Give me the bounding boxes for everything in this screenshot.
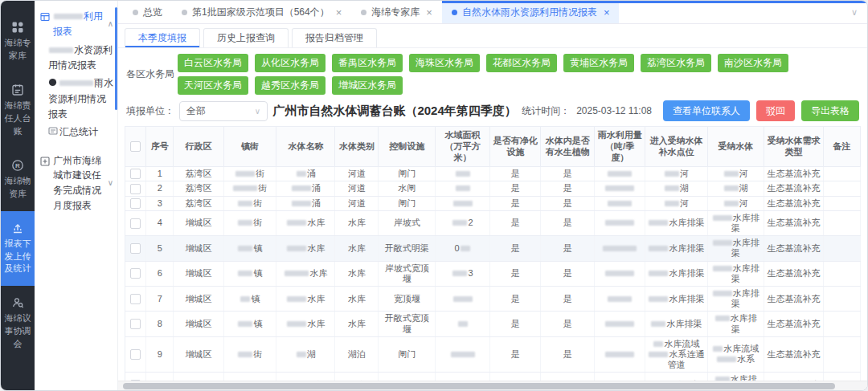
close-icon[interactable]: × [336,6,342,18]
bureau-button[interactable]: 天河区水务局 [178,76,248,95]
sub-tab[interactable]: 本季度填报 [125,28,200,47]
org-badge-icon [48,76,57,92]
bureau-button[interactable]: 越秀区水务局 [255,76,326,95]
row-checkbox[interactable] [130,349,141,360]
table-header-cell: 水域面积（万平方米） [435,127,490,167]
table-cell: 镇 [223,286,276,311]
bureau-button[interactable]: 从化区水务局 [255,54,326,72]
table-cell: 是 [490,373,541,381]
redacted-text [649,271,668,276]
table-cell: 荔湾区 [174,181,223,196]
bureau-button[interactable]: 南沙区水务局 [718,54,788,72]
page-title: 广州市自然水体调蓄台账（2024年第四季度） [268,104,522,119]
row-checkbox[interactable] [130,243,141,254]
bureau-button[interactable]: 花都区水务局 [486,54,557,72]
row-checkbox[interactable] [130,169,141,179]
table-cell: 闸门 [379,167,435,181]
rail-item[interactable]: 海绵议事协调会 [1,286,35,361]
tab[interactable]: 自然水体雨水资源利用情况报表× [442,1,620,23]
table-row: 2荔湾区街涌河道水闸是是湖湖生态基流补充 [125,181,861,196]
redacted-text [649,352,668,357]
row-checkbox[interactable] [130,218,141,229]
bureau-button[interactable]: 黄埔区水务局 [563,54,634,72]
chevron-down-icon[interactable]: ∨ [108,177,113,189]
horizontal-scrollbar-thumb[interactable] [123,383,835,389]
table-cell: 水库排渠 [645,373,708,381]
rail-item[interactable]: 海绵责任人台账 [1,73,35,149]
sidebar-group-item[interactable]: 利用报表∧ [40,7,113,40]
tab-label: 海绵专家库 [371,6,420,19]
tab-dot-icon [361,10,366,15]
table-header-cell: 序号 [146,127,174,167]
close-icon[interactable]: × [604,6,610,18]
redacted-text [649,246,668,251]
row-checkbox[interactable] [130,268,141,279]
bureau-button[interactable]: 番禺区水务局 [332,54,403,72]
redacted-text [292,201,311,206]
table-cell: 是 [541,167,595,181]
table-cell: 是 [541,312,595,336]
sub-tab[interactable]: 历史上报查询 [203,28,289,47]
sidebar-item-label: 汇总统计 [59,126,98,137]
redacted-text [238,352,252,357]
table-cell: 湖泊 [335,336,379,373]
row-checkbox[interactable] [130,294,141,304]
reject-button[interactable]: 驳回 [756,100,795,121]
row-select-cell [125,312,146,336]
table-cell: 是 [541,210,595,235]
bureau-bar-label: 各区水务局 [126,67,178,81]
table-cell: 生态基流补充 [764,167,824,181]
view-contacts-button[interactable]: 查看单位联系人 [663,100,750,121]
table-cell: 水库排渠 [645,261,708,286]
rail-item[interactable]: R海绵物资库 [1,149,35,211]
table-cell: 7 [146,286,174,311]
redacted-text [603,246,637,251]
chevron-down-icon[interactable]: ∨ [851,7,867,18]
redacted-text [608,201,632,206]
row-checkbox[interactable] [130,198,141,209]
table-cell [595,196,645,210]
redacted-text [651,321,665,327]
row-checkbox[interactable] [130,184,141,194]
rail-item-label: 海绵议事协调会 [5,313,31,348]
bureau-button[interactable]: 增城区水务局 [332,76,403,95]
table-cell: 增城区 [174,210,223,235]
redacted-text [287,321,306,327]
bureau-button[interactable]: 荔湾区水务局 [641,54,711,72]
sub-tab[interactable]: 报告归档管理 [292,28,377,47]
table-header-cell: 受纳水体 [707,127,764,167]
tab[interactable]: 第1批国家级示范项目（564个）× [172,1,351,23]
table-cell: 涌 [276,196,335,210]
export-button[interactable]: 导出表格 [801,100,859,121]
table-cell: 水库 [276,261,335,286]
report-upload-icon [11,222,24,234]
tab[interactable]: 海绵专家库× [351,1,442,23]
select-all-checkbox[interactable] [130,141,141,152]
rail-item[interactable]: 报表下发上传及统计 [1,211,35,287]
row-checkbox[interactable] [130,319,141,329]
sidebar-group-item[interactable]: 广州市海绵城市建设任务完成情况月度报表∨ [40,152,113,214]
rail-item-label: 海绵物资库 [5,176,31,198]
sidebar-item[interactable]: 汇总统计 [48,123,113,142]
tab-bar: 总览第1批国家级示范项目（564个）×海绵专家库×自然水体雨水资源利用情况报表×… [118,1,867,24]
redacted-text [724,201,739,206]
table-cell [435,181,490,196]
sidebar-item[interactable]: 水资源利用情况报表 [48,41,113,74]
chevron-up-icon[interactable]: ∧ [108,18,113,31]
unit-select[interactable]: 全部 ∨ [179,101,268,121]
meeting-icon [11,296,24,309]
close-icon[interactable]: × [426,6,432,18]
table-cell: 生态基流补充 [764,312,824,336]
table-cell: 河道 [335,196,379,210]
bureau-button[interactable]: 海珠区水务局 [409,54,480,72]
sidebar-scrollbar-thumb[interactable] [115,7,117,110]
redacted-text [713,346,723,352]
rail-item[interactable]: 海绵专家库 [1,10,35,73]
tab[interactable]: 总览 [123,1,172,23]
table-cell: 增城区 [174,286,223,311]
table-cell [595,312,645,336]
sidebar-item[interactable]: 雨水资源利用情况报表 [48,74,113,123]
toolbar-actions: 查看单位联系人驳回导出表格 [663,100,859,121]
bureau-button[interactable]: 白云区水务局 [178,54,248,72]
table-cell: 水库排渠 [707,210,764,235]
